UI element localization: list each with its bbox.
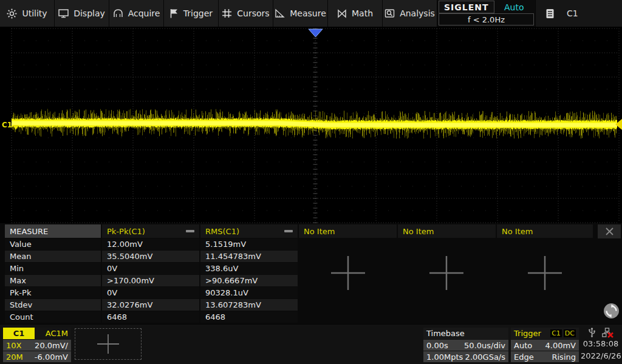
measure-row-min: Min0V338.6uV [5, 263, 298, 274]
trigger-level-marker[interactable] [615, 119, 622, 130]
analysis-magnifier-icon [384, 8, 395, 18]
menu-display[interactable]: Display [55, 0, 109, 27]
measure-row-max: Max>170.00mV>90.6667mV [5, 275, 298, 286]
close-icon [605, 227, 614, 236]
trigger-mode-status[interactable]: Auto [494, 1, 534, 13]
menu-math-label: Math [352, 8, 373, 18]
no-item-label: No Item [304, 227, 335, 236]
timebase-delay: 0.00s [426, 341, 448, 350]
measure-value-rms: 13.607283mV [200, 299, 298, 311]
measure-col-rms[interactable]: RMS(C1) [200, 224, 298, 238]
menu-cursors-label: Cursors [237, 8, 269, 18]
measure-value-rms: 11.454783mV [200, 251, 298, 262]
no-item-label: No Item [502, 227, 533, 236]
plus-icon [428, 255, 465, 291]
measure-value-pkpk: 0V [102, 287, 199, 298]
measure-value-pkpk: 6468 [102, 311, 199, 323]
menu-math[interactable]: Math [328, 0, 383, 27]
timebase-samplerate: 2.00GSa/s [465, 352, 505, 362]
measure-value-rms: 338.6uV [200, 263, 298, 274]
menu-analysis-label: Analysis [400, 8, 435, 18]
trigger-coupling-badge: DC [564, 329, 576, 337]
add-measurement-button-3[interactable] [527, 255, 563, 291]
measure-row-pkpk: Pk-Pk0V90328.1uV [5, 287, 298, 298]
remove-measurement-icon[interactable] [186, 230, 194, 232]
add-measurement-button-1[interactable] [330, 255, 366, 291]
trigger-position-marker[interactable] [0, 27, 622, 41]
measure-value-pkpk: 0V [102, 263, 199, 274]
measure-triangle-icon [275, 8, 285, 18]
channel1-bandwidth: 20M [6, 352, 23, 362]
channel-selector-label: C1 [567, 8, 578, 18]
channel1-trace [0, 27, 622, 223]
acquire-arch-icon [113, 8, 123, 18]
measure-value-pkpk: 35.5040mV [102, 251, 199, 262]
measure-table-body: Value12.00mV5.1519mVMean35.5040mV11.4547… [5, 238, 298, 323]
timebase-points: 1.00Mpts [426, 352, 463, 362]
measure-row-label: Count [5, 311, 101, 323]
clock-time[interactable]: 03:58:08 [581, 338, 621, 350]
measure-value-pkpk: 32.0276mV [102, 299, 199, 311]
timebase-descriptor[interactable]: Timebase 0.00s 50.0us/div 1.00Mpts 2.00G… [423, 328, 508, 362]
measure-col-rms-label: RMS(C1) [205, 227, 239, 236]
timebase-title: Timebase [423, 328, 508, 339]
channel1-coupling: AC1M [35, 328, 71, 339]
channel1-badge: C1 [3, 328, 35, 339]
trigger-descriptor[interactable]: Trigger C1 DC Auto 4.00mV Edge Rising [511, 328, 579, 362]
measure-row-count: Count64686468 [5, 311, 298, 323]
measure-value-pkpk: >170.00mV [102, 275, 199, 286]
plus-icon [330, 255, 366, 291]
menu-analysis[interactable]: Analysis [383, 0, 437, 27]
display-icon [58, 8, 69, 18]
measure-row-mean: Mean35.5040mV11.454783mV [5, 251, 298, 262]
channel1-scale: 20.0mV/ [35, 341, 68, 350]
measure-panel: MEASURE Pk-Pk(C1) RMS(C1) No Item No Ite… [0, 223, 622, 324]
bottom-status-bar: C1 AC1M 10X 20.0mV/ 20M -6.00mV Timebase… [0, 324, 622, 364]
channel1-offset-marker[interactable]: C1 [2, 120, 19, 130]
measure-value-rms: 90328.1uV [200, 287, 298, 298]
measure-header-row: MEASURE Pk-Pk(C1) RMS(C1) No Item No Ite… [5, 224, 593, 238]
measure-row-label: Min [5, 263, 101, 274]
measure-value-rms: 6468 [200, 311, 298, 323]
measure-col-empty-2[interactable]: No Item [398, 224, 496, 238]
waveform-display[interactable]: C1 [0, 27, 622, 223]
measure-value-rms: >90.6667mV [200, 275, 298, 286]
measure-col-pkpk[interactable]: Pk-Pk(C1) [102, 224, 199, 238]
siglent-logo: SIGLENT [439, 1, 494, 13]
no-item-label: No Item [403, 227, 434, 236]
measure-row-label: Max [5, 275, 101, 286]
measure-row-label: Stdev [5, 299, 101, 311]
status-cluster: SIGLENT Auto f < 2.0Hz [437, 0, 536, 27]
add-measurement-button-2[interactable] [428, 255, 465, 291]
measure-col-empty-3[interactable]: No Item [497, 224, 593, 238]
usb-icon[interactable] [588, 328, 596, 338]
menu-trigger[interactable]: Trigger [164, 0, 219, 27]
menu-cursors[interactable]: Cursors [219, 0, 273, 27]
measure-row-label: Value [5, 238, 101, 250]
measure-col-pkpk-label: Pk-Pk(C1) [107, 227, 145, 236]
add-channel-button[interactable] [75, 328, 142, 360]
menu-measure-label: Measure [290, 8, 326, 18]
channel-selector[interactable]: C1 [536, 0, 622, 27]
reset-statistics-button[interactable] [603, 303, 620, 319]
remove-measurement-icon[interactable] [284, 230, 293, 232]
menu-acquire-label: Acquire [128, 8, 160, 18]
measure-title: MEASURE [5, 224, 101, 238]
measure-value-pkpk: 12.00mV [102, 238, 199, 250]
menu-measure[interactable]: Measure [273, 0, 328, 27]
measure-col-empty-1[interactable]: No Item [299, 224, 397, 238]
menu-utility[interactable]: Utility [0, 0, 55, 27]
trigger-title: Trigger [514, 329, 541, 338]
menu-acquire[interactable]: Acquire [109, 0, 164, 27]
clock-date[interactable]: 2022/6/26 [581, 350, 621, 362]
menu-trigger-label: Trigger [183, 8, 213, 18]
flag-icon [169, 8, 179, 18]
plus-icon [527, 255, 563, 291]
trigger-mode: Auto [514, 341, 532, 350]
close-measure-button[interactable] [598, 224, 621, 238]
trigger-source-badge: C1 [550, 329, 562, 337]
lan-disconnected-icon[interactable] [602, 328, 613, 338]
measure-row-stdev: Stdev32.0276mV13.607283mV [5, 299, 298, 311]
channel1-descriptor[interactable]: C1 AC1M 10X 20.0mV/ 20M -6.00mV [3, 328, 71, 362]
measure-row-value: Value12.00mV5.1519mV [5, 238, 298, 250]
